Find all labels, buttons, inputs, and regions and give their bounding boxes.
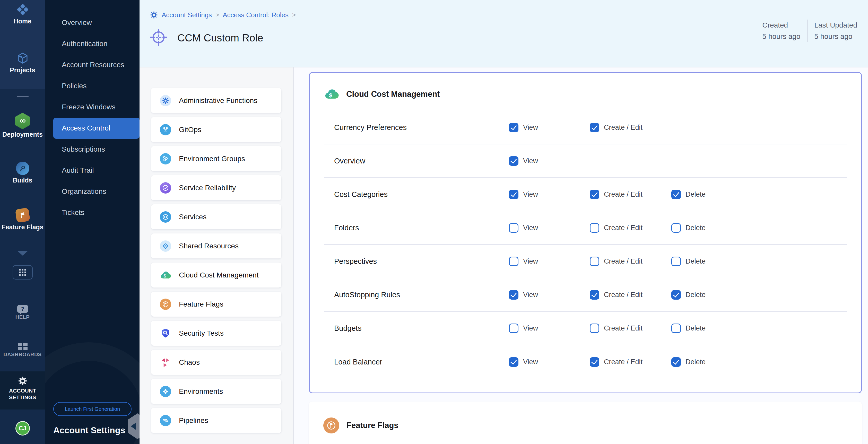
checkbox-label: View xyxy=(523,324,538,332)
permission-row-autostopping-rules: AutoStopping Rules ViewCreate / EditDele… xyxy=(324,278,847,312)
module-label: Security Tests xyxy=(179,329,224,338)
settings-nav-list: OverviewAuthenticationAccount ResourcesP… xyxy=(45,12,140,223)
permission-label: Budgets xyxy=(334,324,362,332)
rail-item-feature-flags[interactable]: Feature Flags xyxy=(0,209,45,231)
module-label: Environment Groups xyxy=(179,155,245,163)
rail-drag-handle[interactable] xyxy=(17,96,29,97)
builds-icon xyxy=(0,162,45,175)
breadcrumb: Account Settings > Access Control: Roles… xyxy=(150,11,296,19)
rail-item-label: HELP xyxy=(0,314,45,320)
nav-item-label: Tickets xyxy=(62,209,85,217)
checkbox-view-checked[interactable] xyxy=(509,123,519,132)
cloud-cost-management-panel: $ Cloud Cost Management Currency Prefere… xyxy=(309,72,862,393)
rail-item-home[interactable]: Home xyxy=(0,3,45,25)
gear-icon xyxy=(150,11,158,19)
breadcrumb-link-account-settings[interactable]: Account Settings xyxy=(162,11,212,19)
module-card-services[interactable]: Services xyxy=(151,204,281,229)
checkbox-delete-checked[interactable] xyxy=(671,190,681,199)
grid-icon xyxy=(19,269,26,276)
avatar[interactable]: CJ xyxy=(16,421,30,436)
checkbox-create-edit-unchecked[interactable] xyxy=(590,223,599,233)
title-row: CCM Custom Role xyxy=(150,29,263,47)
permission-label: Load Balancer xyxy=(334,358,382,366)
checkbox-view-checked[interactable] xyxy=(509,156,519,166)
module-card-environments[interactable]: Environments xyxy=(151,379,281,404)
checkbox-label: View xyxy=(523,190,538,198)
checkbox-label: Delete xyxy=(685,224,706,232)
launch-first-generation-button[interactable]: Launch First Generation xyxy=(53,402,131,416)
projects-icon xyxy=(0,52,45,65)
rail-item-label: Builds xyxy=(0,177,45,184)
permission-label: Currency Preferences xyxy=(334,123,407,132)
checkbox-view-checked[interactable] xyxy=(509,290,519,299)
module-card-shared-resources[interactable]: Shared Resources xyxy=(151,233,281,258)
checkbox-delete-unchecked[interactable] xyxy=(671,323,681,333)
module-card-administrative-functions[interactable]: Administrative Functions xyxy=(151,88,281,113)
permission-cell-create-edit: Create / Edit xyxy=(590,290,643,299)
nav-item-policies[interactable]: Policies xyxy=(45,75,140,97)
nav-item-label: Access Control xyxy=(62,124,110,132)
module-card-gitops[interactable]: GitOps xyxy=(151,117,281,142)
module-card-pipelines[interactable]: Pipelines xyxy=(151,408,281,433)
rail-item-account-settings[interactable]: ACCOUNT SETTINGS xyxy=(0,372,45,410)
checkbox-view-unchecked[interactable] xyxy=(509,323,519,333)
rail-item-deployments[interactable]: Deployments xyxy=(0,113,45,138)
nav-item-authentication[interactable]: Authentication xyxy=(45,33,140,54)
module-card-feature-flags[interactable]: Feature Flags xyxy=(151,292,281,317)
checkbox-view-unchecked[interactable] xyxy=(509,223,519,233)
meta-block: Created 5 hours ago Last Updated 5 hours… xyxy=(756,20,864,42)
nav-item-freeze-windows[interactable]: Freeze Windows xyxy=(45,97,140,118)
module-label: Environments xyxy=(179,387,223,395)
rail-expand-modules[interactable] xyxy=(0,251,45,256)
checkbox-label: Delete xyxy=(685,291,706,299)
checkbox-delete-unchecked[interactable] xyxy=(671,257,681,266)
nav-item-access-control[interactable]: Access Control xyxy=(53,118,140,139)
meta-label: Last Updated xyxy=(814,20,857,31)
checkbox-view-checked[interactable] xyxy=(509,190,519,199)
nav-item-tickets[interactable]: Tickets xyxy=(45,202,140,223)
module-label: Administrative Functions xyxy=(179,97,257,105)
nav-item-overview[interactable]: Overview xyxy=(45,12,140,33)
checkbox-delete-checked[interactable] xyxy=(671,357,681,367)
content-area: Administrative Functions GitOps Environm… xyxy=(140,67,868,444)
module-card-cloud-cost-management[interactable]: $ Cloud Cost Management xyxy=(151,262,281,287)
checkbox-label: View xyxy=(523,291,538,299)
security-tests-icon xyxy=(160,328,171,339)
pipelines-icon xyxy=(160,415,171,426)
module-card-environment-groups[interactable]: Environment Groups xyxy=(151,146,281,171)
module-card-chaos[interactable]: Chaos xyxy=(151,350,281,375)
checkbox-create-edit-checked[interactable] xyxy=(590,357,599,367)
deployments-icon xyxy=(0,113,45,129)
permission-cell-delete: Delete xyxy=(671,323,706,333)
checkbox-label: Create / Edit xyxy=(604,324,643,332)
checkbox-create-edit-checked[interactable] xyxy=(590,290,599,299)
permission-label: Overview xyxy=(334,157,365,165)
rail-divider xyxy=(0,89,45,89)
module-card-security-tests[interactable]: Security Tests xyxy=(151,321,281,346)
checkbox-view-unchecked[interactable] xyxy=(509,257,519,266)
panel-title: Cloud Cost Management xyxy=(346,90,440,99)
rail-item-help[interactable]: ? HELP xyxy=(0,305,45,320)
nav-item-audit-trail[interactable]: Audit Trail xyxy=(45,160,140,181)
cloud-cost-icon: $ xyxy=(160,269,171,281)
rail-item-builds[interactable]: Builds xyxy=(0,162,45,184)
home-icon xyxy=(0,3,45,16)
nav-item-subscriptions[interactable]: Subscriptions xyxy=(45,139,140,160)
checkbox-delete-checked[interactable] xyxy=(671,290,681,299)
checkbox-create-edit-unchecked[interactable] xyxy=(590,257,599,266)
checkbox-view-checked[interactable] xyxy=(509,357,519,367)
checkbox-create-edit-checked[interactable] xyxy=(590,190,599,199)
permission-row-folders: Folders ViewCreate / EditDelete xyxy=(324,211,847,245)
breadcrumb-separator: > xyxy=(215,11,219,19)
checkbox-create-edit-unchecked[interactable] xyxy=(590,323,599,333)
checkbox-create-edit-checked[interactable] xyxy=(590,123,599,132)
nav-item-organizations[interactable]: Organizations xyxy=(45,181,140,202)
rail-item-dashboards[interactable]: DASHBOARDS xyxy=(0,343,45,357)
nav-item-account-resources[interactable]: Account Resources xyxy=(45,54,140,75)
module-card-service-reliability[interactable]: Service Reliability xyxy=(151,175,281,200)
permission-row-load-balancer: Load Balancer ViewCreate / EditDelete xyxy=(324,345,847,379)
breadcrumb-link-access-control-roles[interactable]: Access Control: Roles xyxy=(223,11,288,19)
checkbox-delete-unchecked[interactable] xyxy=(671,223,681,233)
rail-item-projects[interactable]: Projects xyxy=(0,52,45,74)
module-grid-button[interactable] xyxy=(12,265,33,280)
